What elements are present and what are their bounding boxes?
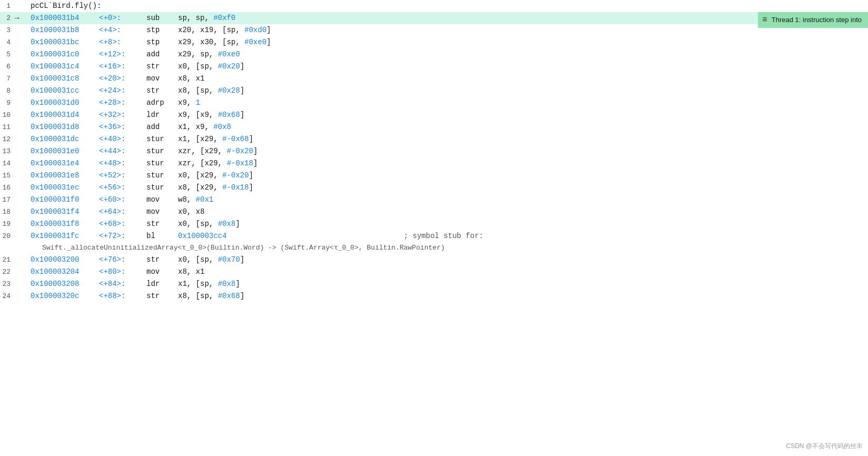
address: 0x1000031f8 <box>31 219 99 230</box>
mnemonic: stur <box>146 158 178 169</box>
operand-value: #-0x20 <box>226 147 253 155</box>
offset: <+24>: <box>99 85 136 96</box>
disasm-line: 20 0x1000031fc <+72>: bl 0x100003cc4 ; s… <box>0 230 868 242</box>
operand-value: #0x8 <box>213 123 231 131</box>
mnemonic: mov <box>146 194 178 205</box>
line-number: 12 <box>0 134 15 145</box>
operand-value: #-0x18 <box>222 183 249 192</box>
operands: x29, x30, [sp, #0xe0] <box>178 37 868 48</box>
address: 0x1000031e4 <box>31 158 99 169</box>
line-number: 23 <box>0 279 15 290</box>
disasm-line: 17 0x1000031f0 <+60>: mov w8, #0x1 <box>0 194 868 206</box>
operand-text: xzr, [x29, <box>178 159 226 167</box>
disasm-line: 1 pcCL`Bird.fly(): <box>0 0 868 12</box>
address: 0x1000031c4 <box>31 61 99 72</box>
operands: x0, [sp, #0x8] <box>178 219 868 230</box>
mnemonic: bl <box>146 231 178 242</box>
operand-text: ] <box>267 26 271 34</box>
disasm-line: 23 0x100003208 <+84>: ldr x1, [sp, #0x8] <box>0 278 868 290</box>
address: 0x1000031d0 <box>31 97 99 108</box>
mnemonic: mov <box>146 206 178 217</box>
disasm-line: 10 0x1000031d4 <+32>: ldr x9, [x9, #0x68… <box>0 109 868 121</box>
offset: <+12>: <box>99 49 136 60</box>
disasm-line: 14 0x1000031e4 <+48>: stur xzr, [x29, #-… <box>0 157 868 170</box>
mnemonic: ldr <box>146 110 178 121</box>
line-number: 9 <box>0 98 15 108</box>
operand-text: w8, <box>178 195 196 204</box>
line-number: 14 <box>0 158 15 169</box>
disasm-line: 4 0x1000031bc <+8>: stp x29, x30, [sp, #… <box>0 36 868 48</box>
operand-text: x8, x1 <box>178 74 204 83</box>
operand-text: x20, x19, [sp, <box>178 26 244 34</box>
disasm-container: 1 pcCL`Bird.fly(): 2 → 0x1000031b4 <+0>:… <box>0 0 868 456</box>
operand-text: ] <box>249 183 253 192</box>
offset: <+68>: <box>99 219 136 230</box>
line-number: 24 <box>0 291 15 302</box>
address: 0x1000031c0 <box>31 49 99 60</box>
disasm-line: 19 0x1000031f8 <+68>: str x0, [sp, #0x8] <box>0 218 868 230</box>
mnemonic: mov <box>146 266 178 277</box>
line-number: 21 <box>0 255 15 265</box>
operand-text: ] <box>267 38 271 46</box>
offset: <+60>: <box>99 194 136 205</box>
operand-value: #0x70 <box>218 255 240 264</box>
operand-text: x1, [sp, <box>178 280 218 288</box>
mnemonic: stur <box>146 146 178 157</box>
continuation-text: Swift._allocateUninitializedArray<τ_0_0>… <box>0 243 445 253</box>
address: 0x1000031b4 <box>31 13 99 24</box>
offset: <+44>: <box>99 146 136 157</box>
operand-value: #-0x18 <box>226 159 253 167</box>
offset: <+20>: <box>99 73 136 84</box>
operand-text: x0, [sp, <box>178 255 218 264</box>
address: 0x1000031dc <box>31 134 99 145</box>
offset: <+28>: <box>99 97 136 108</box>
operand-text: x0, [sp, <box>178 62 218 71</box>
mnemonic: adrp <box>146 97 178 108</box>
offset: <+76>: <box>99 254 136 265</box>
operand-text: x0, [x29, <box>178 171 222 180</box>
line-number: 22 <box>0 267 15 277</box>
disasm-line: 13 0x1000031e0 <+44>: stur xzr, [x29, #-… <box>0 145 868 157</box>
disasm-line: 6 0x1000031c4 <+16>: str x0, [sp, #0x20] <box>0 61 868 73</box>
operand-text: x9, <box>178 98 196 107</box>
disasm-line: 22 0x100003204 <+80>: mov x8, x1 <box>0 266 868 278</box>
mnemonic: str <box>146 254 178 265</box>
operand-text: x8, x1 <box>178 267 204 276</box>
operands: x9, 1 <box>178 97 868 108</box>
address: 0x1000031b8 <box>31 25 99 36</box>
offset: <+88>: <box>99 291 136 302</box>
operand-value: #0x8 <box>218 220 236 228</box>
offset: <+80>: <box>99 266 136 277</box>
continuation-line: Swift._allocateUninitializedArray<τ_0_0>… <box>0 242 868 254</box>
operands: x29, sp, #0xe0 <box>178 49 868 60</box>
address: 0x1000031fc <box>31 231 99 242</box>
line-number: 20 <box>0 231 15 242</box>
operands: xzr, [x29, #-0x18] <box>178 158 868 169</box>
operand-text: x8, [sp, <box>178 292 218 300</box>
mnemonic: stur <box>146 134 178 145</box>
operand-value: #0xe0 <box>218 50 240 58</box>
address: 0x1000031f4 <box>31 206 99 217</box>
operand-value: #0xd0 <box>244 26 267 34</box>
offset: <+72>: <box>99 231 136 242</box>
operand-text: ] <box>240 62 244 71</box>
operands: x0, x8 <box>178 206 868 217</box>
operand-text: x8, [x29, <box>178 183 222 192</box>
operand-value: #0x8 <box>218 280 236 288</box>
mnemonic: ldr <box>146 279 178 290</box>
disasm-line: 2 → 0x1000031b4 <+0>: sub sp, sp, #0xf0 … <box>0 12 868 24</box>
operand-value: 0x100003cc4 <box>178 232 226 240</box>
address: 0x10000320c <box>31 291 99 302</box>
operand-text: sp, sp, <box>178 14 213 22</box>
offset: <+16>: <box>99 61 136 72</box>
line-number: 19 <box>0 219 15 230</box>
operand-text: x29, x30, [sp, <box>178 38 244 46</box>
disasm-line: 18 0x1000031f4 <+64>: mov x0, x8 <box>0 206 868 218</box>
mnemonic: stur <box>146 182 178 193</box>
offset: <+32>: <box>99 110 136 121</box>
line-number: 3 <box>0 25 15 36</box>
operand-text: ] <box>249 135 253 143</box>
operand-value: #0xe0 <box>244 38 267 46</box>
operands: x8, [sp, #0x68] <box>178 291 868 302</box>
offset: <+4>: <box>99 25 136 36</box>
